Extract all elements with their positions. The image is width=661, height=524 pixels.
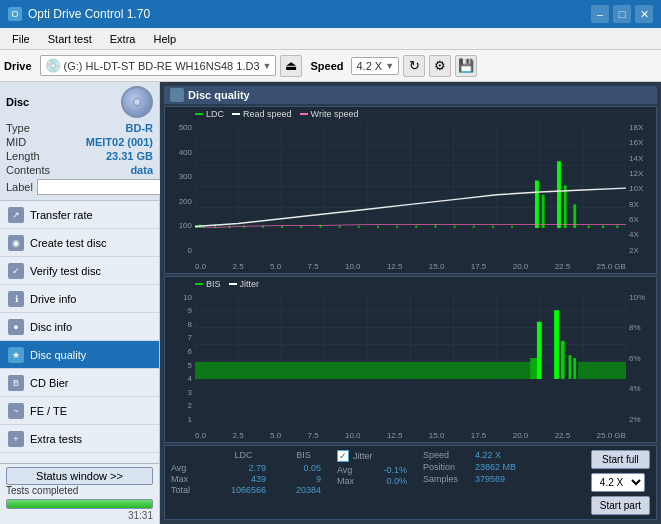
drive-selector[interactable]: 💿 (G:) HL-DT-ST BD-RE WH16NS48 1.D3 ▼ bbox=[40, 55, 277, 76]
transfer-rate-icon: ↗ bbox=[8, 207, 24, 223]
svg-rect-30 bbox=[396, 225, 398, 228]
total-label: Total bbox=[171, 485, 201, 495]
avg-ldc: 2.79 bbox=[221, 463, 266, 473]
close-button[interactable]: ✕ bbox=[635, 5, 653, 23]
sidebar-item-disc-quality[interactable]: ★ Disc quality bbox=[0, 341, 159, 369]
read-speed-color bbox=[232, 113, 240, 115]
svg-rect-38 bbox=[542, 195, 545, 229]
svg-rect-65 bbox=[554, 310, 559, 379]
bis-chart-svg bbox=[195, 293, 626, 379]
progress-fill bbox=[7, 500, 152, 508]
ldc-legend-read: Read speed bbox=[232, 109, 292, 119]
save-button[interactable]: 💾 bbox=[455, 55, 477, 77]
sidebar-item-transfer-rate[interactable]: ↗ Transfer rate bbox=[0, 201, 159, 229]
jitter-color bbox=[229, 283, 237, 285]
speed-stat-label: Speed bbox=[423, 450, 471, 460]
ldc-legend-write: Write speed bbox=[300, 109, 359, 119]
eject-button[interactable]: ⏏ bbox=[280, 55, 302, 77]
disc-quality-title: Disc quality bbox=[188, 89, 250, 101]
sidebar-item-disc-info[interactable]: ● Disc info bbox=[0, 313, 159, 341]
ldc-x-axis: 0.0 2.5 5.0 7.5 10.0 12.5 15.0 17.5 20.0… bbox=[195, 262, 626, 271]
drive-info-icon: ℹ bbox=[8, 291, 24, 307]
sidebar-item-cd-bier[interactable]: B CD Bier bbox=[0, 369, 159, 397]
max-ldc: 439 bbox=[221, 474, 266, 484]
sidebar-item-extra-tests[interactable]: + Extra tests bbox=[0, 425, 159, 453]
svg-rect-64 bbox=[537, 321, 542, 378]
ldc-legend: LDC Read speed Write speed bbox=[195, 109, 358, 119]
sidebar-item-label: Disc quality bbox=[30, 349, 86, 361]
position-val: 23862 MB bbox=[475, 462, 516, 472]
sidebar-item-label: Extra tests bbox=[30, 433, 82, 445]
bis-color bbox=[195, 283, 203, 285]
length-label: Length bbox=[6, 150, 40, 162]
label-input[interactable] bbox=[37, 179, 170, 195]
mid-label: MID bbox=[6, 136, 26, 148]
settings-button[interactable]: ⚙ bbox=[429, 55, 451, 77]
svg-rect-62 bbox=[195, 361, 530, 378]
bis-legend-bis: BIS bbox=[195, 279, 221, 289]
menu-help[interactable]: Help bbox=[145, 31, 184, 47]
refresh-button[interactable]: ↻ bbox=[403, 55, 425, 77]
jitter-avg-val: -0.1% bbox=[369, 465, 407, 475]
bis-legend-jitter: Jitter bbox=[229, 279, 260, 289]
sidebar-item-label: Transfer rate bbox=[30, 209, 93, 221]
jitter-max-val: 0.0% bbox=[369, 476, 407, 486]
sidebar-item-label: FE / TE bbox=[30, 405, 67, 417]
start-full-button[interactable]: Start full bbox=[591, 450, 650, 469]
main-area: Disc Type BD-R MID MEIT02 (001) Length 2… bbox=[0, 82, 661, 524]
bis-y-axis-right: 10% 8% 6% 4% 2% bbox=[626, 293, 656, 425]
label-label: Label bbox=[6, 181, 33, 193]
speed-selector[interactable]: 4.2 X ▼ bbox=[351, 57, 399, 75]
bis-y-axis-left: 10 9 8 7 6 5 4 3 2 1 bbox=[165, 293, 195, 425]
blank-label bbox=[171, 450, 201, 460]
extra-tests-icon: + bbox=[8, 431, 24, 447]
position-label: Position bbox=[423, 462, 471, 472]
jitter-checkbox[interactable]: ✓ bbox=[337, 450, 349, 462]
cd-bier-icon: B bbox=[8, 375, 24, 391]
bis-x-axis: 0.0 2.5 5.0 7.5 10.0 12.5 15.0 17.5 20.0… bbox=[195, 431, 626, 440]
svg-rect-29 bbox=[377, 225, 379, 228]
disc-quality-icon: ★ bbox=[8, 347, 24, 363]
sidebar-item-fe-te[interactable]: ~ FE / TE bbox=[0, 397, 159, 425]
nav-items: ↗ Transfer rate ◉ Create test disc ✓ Ver… bbox=[0, 201, 159, 463]
menu-start-test[interactable]: Start test bbox=[40, 31, 100, 47]
fe-te-icon: ~ bbox=[8, 403, 24, 419]
start-part-button[interactable]: Start part bbox=[591, 496, 650, 515]
ldc-y-axis-right: 18X 16X 14X 12X 10X 8X 6X 4X 2X bbox=[626, 123, 656, 255]
menu-bar: File Start test Extra Help bbox=[0, 28, 661, 50]
speed-dropdown[interactable]: 4.2 X 8.0 X 2.0 X bbox=[591, 473, 645, 492]
type-label: Type bbox=[6, 122, 30, 134]
charts-area: LDC Read speed Write speed 500 400 300 bbox=[164, 106, 657, 520]
speed-position-stats: Speed 4.22 X Position 23862 MB Samples 3… bbox=[423, 450, 516, 484]
menu-file[interactable]: File bbox=[4, 31, 38, 47]
maximize-button[interactable]: □ bbox=[613, 5, 631, 23]
ldc-legend-ldc: LDC bbox=[195, 109, 224, 119]
progress-bar bbox=[6, 499, 153, 509]
title-bar: O Opti Drive Control 1.70 – □ ✕ bbox=[0, 0, 661, 28]
window-controls: – □ ✕ bbox=[591, 5, 653, 23]
svg-rect-67 bbox=[569, 355, 572, 379]
avg-label: Avg bbox=[171, 463, 201, 473]
sidebar-item-verify-test-disc[interactable]: ✓ Verify test disc bbox=[0, 257, 159, 285]
disc-quality-header: Disc quality bbox=[164, 86, 657, 104]
disc-info-icon: ● bbox=[8, 319, 24, 335]
sidebar-item-create-test-disc[interactable]: ◉ Create test disc bbox=[0, 229, 159, 257]
drive-label: Drive bbox=[4, 60, 32, 72]
max-label: Max bbox=[171, 474, 201, 484]
minimize-button[interactable]: – bbox=[591, 5, 609, 23]
avg-bis: 0.05 bbox=[286, 463, 321, 473]
jitter-avg-label: Avg bbox=[337, 465, 365, 475]
total-bis: 20384 bbox=[286, 485, 321, 495]
action-buttons: Start full 4.2 X 8.0 X 2.0 X Start part bbox=[591, 450, 650, 515]
app-icon: O bbox=[8, 7, 22, 21]
write-speed-color bbox=[300, 113, 308, 115]
mid-value: MEIT02 (001) bbox=[86, 136, 153, 148]
disc-panel-title: Disc bbox=[6, 96, 29, 108]
svg-rect-43 bbox=[602, 225, 604, 228]
sidebar-item-drive-info[interactable]: ℹ Drive info bbox=[0, 285, 159, 313]
status-window-button[interactable]: Status window >> bbox=[6, 467, 153, 485]
ldc-chart: LDC Read speed Write speed 500 400 300 bbox=[164, 106, 657, 274]
type-value: BD-R bbox=[126, 122, 154, 134]
sidebar-item-label: Verify test disc bbox=[30, 265, 101, 277]
menu-extra[interactable]: Extra bbox=[102, 31, 144, 47]
